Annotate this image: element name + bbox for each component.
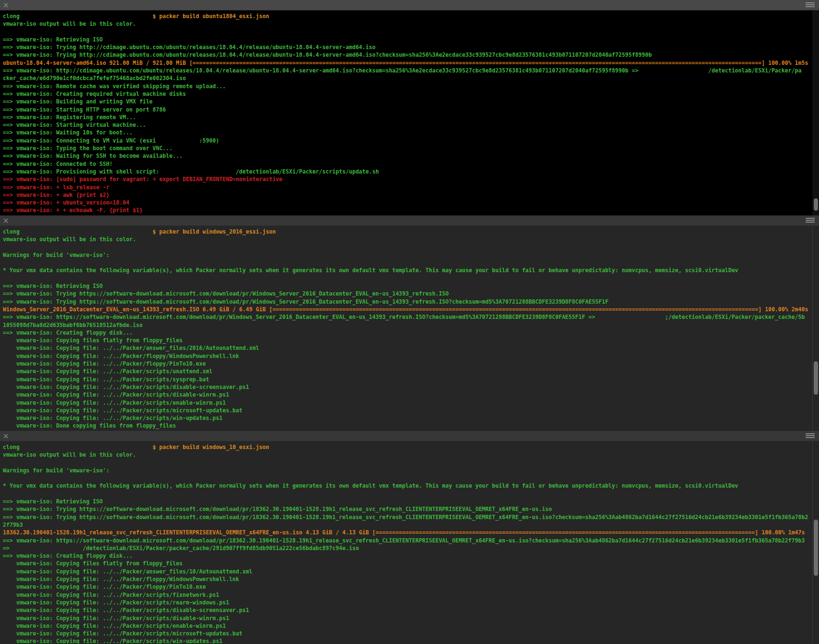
terminal-line: ==> vmware-iso: Trying https://software-…: [3, 290, 819, 297]
pane-titlebar[interactable]: ×: [0, 215, 819, 226]
terminal-output[interactable]: clong $ packer build windows_10_esxi.jso…: [0, 441, 819, 644]
scrollbar[interactable]: [812, 10, 819, 215]
terminal-line: vmware-iso: Copying file: ../../Packer/s…: [3, 368, 819, 375]
terminal-line: clong $ packer build ubuntu1804_esxi.jso…: [3, 12, 819, 20]
terminal-line: ==> vmware-iso: Building and writing VMX…: [3, 98, 819, 105]
terminal-line: * Your vmx data contains the following v…: [3, 266, 819, 274]
terminal-line: [3, 259, 819, 266]
terminal-line: ==> vmware-iso: Waiting for SSH to becom…: [3, 152, 819, 160]
terminal-line: ==> vmware-iso: Trying https://software-…: [3, 513, 819, 521]
terminal-line: ==> vmware-iso: Retrieving ISO: [3, 498, 819, 505]
scrollbar-thumb[interactable]: [814, 361, 818, 395]
terminal-line: vmware-iso: Copying file: ../../Packer/s…: [3, 407, 819, 414]
scrollbar-thumb[interactable]: [814, 520, 818, 576]
terminal-line: vmware-iso: Copying file: ../../Packer/f…: [3, 583, 819, 591]
terminal-pane-windows-10-esxi: × clong $ packer build windows_10_esxi.j…: [0, 431, 819, 644]
terminal-line: vmware-iso: Copying file: ../../Packer/s…: [3, 376, 819, 383]
scrollbar-thumb[interactable]: [814, 198, 818, 211]
terminal-line: vmware-iso: Copying file: ../../Packer/s…: [3, 414, 819, 422]
terminal-line: ==> vmware-iso: Provisioning with shell …: [3, 168, 819, 175]
terminal-line: ==> vmware-iso: Remote cache was verifie…: [3, 82, 819, 90]
terminal-line: ==> vmware-iso: https://software-downloa…: [3, 537, 819, 544]
terminal-line: ==> vmware-iso: + lsb_release -r: [3, 184, 819, 191]
hamburger-menu-icon[interactable]: [806, 433, 815, 434]
terminal-line: cker_cache/e6d790e1cf0dcbca7fefef75468ac…: [3, 74, 819, 82]
terminal-line: ==> vmware-iso: Starting HTTP server on …: [3, 106, 819, 113]
terminal-line: ==> vmware-iso: Creating floppy disk...: [3, 552, 819, 560]
terminal-line: vmware-iso output will be in this color.: [3, 451, 819, 459]
terminal-line: [3, 490, 819, 498]
terminal-line: clong $ packer build windows_2016_esxi.j…: [3, 228, 819, 235]
terminal-line: ==> vmware-iso: Connected to SSH!: [3, 160, 819, 168]
terminal-line: ==> vmware-iso: Trying https://software-…: [3, 298, 819, 306]
close-icon[interactable]: ×: [3, 431, 9, 441]
terminal-line: vmware-iso output will be in this color.: [3, 20, 819, 28]
terminal-line: clong $ packer build windows_10_esxi.jso…: [3, 443, 819, 451]
terminal-line: vmware-iso: Copying file: ../../Packer/s…: [3, 606, 819, 614]
terminal-line: ==> vmware-iso: Connecting to VM via VNC…: [3, 137, 819, 144]
terminal-line: ==> vmware-iso: Trying https://software-…: [3, 505, 819, 513]
terminal-line: vmware-iso: Copying file: ../../Packer/s…: [3, 622, 819, 630]
terminal-line: vmware-iso: Copying file: ../../Packer/a…: [3, 344, 819, 352]
terminal-output[interactable]: clong $ packer build windows_2016_esxi.j…: [0, 226, 819, 431]
terminal-output[interactable]: clong $ packer build ubuntu1804_esxi.jso…: [0, 10, 819, 215]
terminal-line: vmware-iso: Copying file: ../../Packer/s…: [3, 383, 819, 391]
scrollbar[interactable]: [812, 441, 819, 644]
terminal-line: 18362.30.190401-1528.19h1_release_svc_re…: [3, 529, 819, 536]
terminal-line: [3, 28, 819, 36]
terminal-line: vmware-iso: Copying file: ../../Packer/s…: [3, 599, 819, 606]
terminal-line: [3, 275, 819, 282]
terminal-line: ==> vmware-iso: Starting virtual machine…: [3, 121, 819, 129]
terminal-line: 1055098d7ba8d2d635babf6bb76518512afbde.i…: [3, 321, 819, 329]
terminal-line: => /detectionlab/ESXi/Packer/packer_cach…: [3, 544, 819, 552]
terminal-line: vmware-iso: Copying file: ../../Packer/f…: [3, 352, 819, 360]
terminal-line: vmware-iso: Copying file: ../../Packer/s…: [3, 399, 819, 407]
terminal-line: 2f79b3: [3, 521, 819, 529]
terminal-line: vmware-iso: Copying file: ../../Packer/f…: [3, 360, 819, 368]
terminal-line: * Your vmx data contains the following v…: [3, 482, 819, 490]
terminal-line: vmware-iso: Copying files flatly from fl…: [3, 560, 819, 567]
terminal-line: vmware-iso: Copying file: ../../Packer/s…: [3, 630, 819, 637]
terminal-line: ==> vmware-iso: https://software-downloa…: [3, 313, 819, 321]
terminal-line: ==> vmware-iso: Retrieving ISO: [3, 36, 819, 43]
terminal-line: ==> vmware-iso: Trying http://cdimage.ub…: [3, 43, 819, 51]
terminal-line: Warnings for build 'vmware-iso':: [3, 251, 819, 259]
scrollbar[interactable]: [812, 226, 819, 431]
terminal-line: [3, 459, 819, 467]
close-icon[interactable]: ×: [3, 0, 9, 10]
terminal-line: ==> vmware-iso: Typing the boot command …: [3, 144, 819, 152]
terminal-window: × clong $ packer build ubuntu1804_esxi.j…: [0, 0, 819, 644]
terminal-line: [3, 244, 819, 251]
terminal-line: vmware-iso: Copying file: ../../Packer/s…: [3, 614, 819, 622]
hamburger-menu-icon[interactable]: [806, 218, 815, 219]
pane-titlebar[interactable]: ×: [0, 0, 819, 10]
terminal-line: ==> vmware-iso: Creating floppy disk...: [3, 329, 819, 337]
terminal-line: ==> vmware-iso: + + echoawk -F. {print $…: [3, 206, 819, 214]
terminal-line: Windows_Server_2016_Datacenter_EVAL_en-u…: [3, 306, 819, 313]
hamburger-menu-icon[interactable]: [806, 2, 815, 3]
terminal-line: Warnings for build 'vmware-iso':: [3, 467, 819, 474]
close-icon[interactable]: ×: [3, 216, 9, 225]
terminal-line: [3, 474, 819, 482]
terminal-pane-ubuntu1804-esxi: × clong $ packer build ubuntu1804_esxi.j…: [0, 0, 819, 215]
terminal-line: ubuntu-18.04.4-server-amd64.iso 921.00 M…: [3, 59, 819, 67]
terminal-line: vmware-iso: Copying files flatly from fl…: [3, 337, 819, 344]
terminal-line: ==> vmware-iso: Registering remote VM...: [3, 113, 819, 121]
terminal-line: ==> vmware-iso: Trying http://cdimage.ub…: [3, 51, 819, 59]
terminal-line: ==> vmware-iso: Retrieving ISO: [3, 282, 819, 290]
terminal-line: ==> vmware-iso: [sudo] password for vagr…: [3, 175, 819, 183]
terminal-line: ==> vmware-iso: + awk {print $2}: [3, 191, 819, 199]
pane-titlebar[interactable]: ×: [0, 431, 819, 441]
terminal-line: vmware-iso: Copying file: ../../Packer/f…: [3, 575, 819, 583]
terminal-line: vmware-iso output will be in this color.: [3, 235, 819, 243]
terminal-line: vmware-iso: Copying file: ../../Packer/s…: [3, 591, 819, 599]
terminal-line: vmware-iso: Copying file: ../../Packer/a…: [3, 568, 819, 575]
terminal-line: vmware-iso: Copying file: ../../Packer/s…: [3, 391, 819, 399]
terminal-pane-windows-2016-esxi: × clong $ packer build windows_2016_esxi…: [0, 215, 819, 431]
terminal-line: ==> vmware-iso: Waiting 10s for boot...: [3, 129, 819, 136]
terminal-line: vmware-iso: Copying file: ../../Packer/s…: [3, 637, 819, 644]
terminal-line: ==> vmware-iso: Creating required virtua…: [3, 90, 819, 98]
terminal-line: ==> vmware-iso: http://cdimage.ubuntu.co…: [3, 67, 819, 74]
terminal-line: vmware-iso: Done copying files from flop…: [3, 422, 819, 429]
terminal-line: ==> vmware-iso: + ubuntu_version=18.04: [3, 199, 819, 206]
